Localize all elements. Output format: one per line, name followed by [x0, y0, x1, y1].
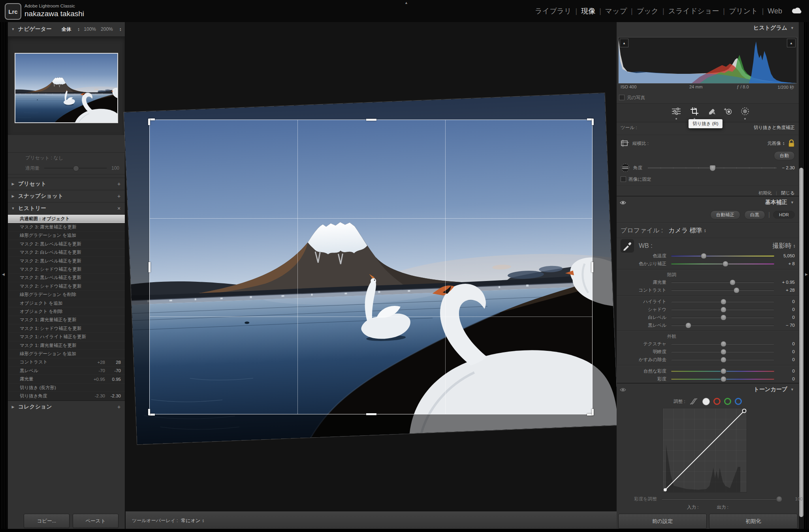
updown-icon[interactable]: ▴▾ [202, 519, 203, 523]
shadows-slider[interactable] [671, 309, 774, 310]
crop-handle-right[interactable] [591, 262, 593, 272]
presets-add-icon[interactable]: + [113, 181, 125, 187]
blacks-value[interactable]: − 70 [774, 323, 795, 328]
tool-overlay-value[interactable]: 常にオン [181, 517, 200, 524]
tone-curve-disclosure-icon[interactable]: ▼ [787, 388, 799, 392]
texture-value[interactable]: 0 [774, 341, 795, 346]
module-book[interactable]: ブック [633, 6, 662, 16]
angle-slider[interactable] [648, 167, 777, 169]
snapshots-add-icon[interactable]: + [113, 193, 125, 199]
crop-grid-overlay[interactable] [149, 120, 593, 414]
temp-slider[interactable] [671, 255, 774, 257]
navigator-thumbnail[interactable] [15, 53, 118, 123]
history-item[interactable]: 線形グラデーション を追加 [8, 350, 125, 358]
wb-eyedropper-icon[interactable] [621, 239, 634, 253]
module-slideshow[interactable]: スライドショー [664, 6, 723, 16]
history-item[interactable]: マスク 3: 露光量補正を更新 [8, 223, 125, 231]
crop-handle-bottom-right[interactable] [592, 409, 594, 415]
right-panel-collapse-rail[interactable] [804, 22, 809, 532]
module-map[interactable]: マップ [601, 6, 631, 16]
basic-disclosure-icon[interactable]: ▼ [787, 200, 799, 204]
tone-curve-header[interactable]: トーンカーブ ▼ [617, 384, 799, 395]
collections-panel-header[interactable]: ▶ コレクション + [8, 401, 125, 413]
navigator-disclosure-icon[interactable]: ▼ [8, 27, 18, 31]
slider-thumb[interactable] [721, 376, 726, 382]
history-item[interactable]: オブジェクト を削除 [8, 307, 125, 316]
contrast-value[interactable]: + 28 [774, 288, 795, 292]
slider-thumb[interactable] [685, 322, 691, 328]
history-clear-icon[interactable]: × [113, 205, 125, 212]
crop-handle-left[interactable] [149, 262, 151, 272]
updown-icon[interactable]: ▴▾ [794, 244, 795, 248]
slider-thumb[interactable] [722, 261, 728, 267]
updown-icon[interactable]: ▴▾ [704, 229, 706, 232]
dehaze-value[interactable]: 0 [774, 357, 795, 362]
crop-tool-icon[interactable] [689, 106, 700, 116]
history-item[interactable]: マスク 1: 露光量補正を更新 [8, 341, 125, 350]
paste-button[interactable]: ペースト [73, 514, 119, 528]
parametric-curve-icon[interactable] [689, 398, 699, 405]
shadow-clipping-icon[interactable]: ▲ [620, 39, 628, 47]
crop-handle-top-left[interactable] [148, 119, 150, 125]
angle-value[interactable]: − 2.30 [782, 165, 795, 170]
collections-add-icon[interactable]: + [113, 404, 125, 410]
histogram-disclosure-icon[interactable]: ▼ [787, 26, 799, 30]
crop-close-button[interactable]: 閉じる [781, 190, 795, 196]
vibrance-slider[interactable] [671, 371, 774, 372]
red-eye-tool-icon[interactable] [722, 106, 734, 116]
highlights-slider[interactable] [671, 301, 774, 302]
highlight-clipping-icon[interactable]: ▲ [787, 39, 796, 47]
navigator-header[interactable]: ▼ ナビゲーター 全体 ▴▾ 100% 200% ▴▾ [8, 22, 125, 36]
snapshots-disclosure-icon[interactable]: ▶ [8, 194, 18, 198]
wb-value[interactable]: 撮影時 [773, 242, 792, 250]
crop-reset-button[interactable]: 初期化 [758, 190, 772, 196]
profile-value[interactable]: カメラ 標準 [668, 227, 702, 235]
tone-curve-switch-icon[interactable] [620, 388, 626, 392]
updown-icon[interactable]: ▴▾ [783, 141, 784, 145]
cloud-sync-icon[interactable] [792, 7, 802, 15]
history-item[interactable]: マスク 2: 黒レベル補正を更新 [8, 240, 125, 248]
bw-button[interactable]: 白黒 [744, 210, 765, 219]
basic-panel-header[interactable]: 基本補正 ▼ [617, 197, 799, 208]
basic-panel-switch-icon[interactable] [620, 200, 626, 205]
adjust-sliders-icon[interactable] [670, 106, 682, 116]
collections-disclosure-icon[interactable]: ▶ [8, 405, 18, 409]
masking-tool-icon[interactable] [739, 106, 751, 116]
constrain-checkbox[interactable] [621, 176, 626, 182]
left-panel-collapse-rail[interactable] [0, 22, 8, 532]
zoom-fit-button[interactable]: 全体 [62, 26, 71, 33]
green-channel-icon[interactable] [724, 398, 731, 405]
panel-collapse-top-icon[interactable]: ▲ [404, 1, 408, 5]
slider-thumb[interactable] [701, 253, 707, 259]
aspect-lock-icon[interactable] [788, 139, 795, 147]
history-item[interactable]: マスク 1: シャドウ補正を更新 [8, 324, 125, 333]
clarity-value[interactable]: 0 [774, 349, 795, 354]
vibrance-value[interactable]: 0 [774, 369, 795, 373]
slider-thumb[interactable] [721, 307, 726, 313]
exposure-value[interactable]: + 0.95 [774, 280, 795, 285]
history-item[interactable]: コントラスト+2828 [8, 358, 125, 367]
slider-thumb[interactable] [721, 368, 726, 374]
previous-button[interactable]: 前の設定 [618, 514, 707, 529]
reset-button[interactable]: 初期化 [709, 514, 798, 529]
crop-handle-bottom-left[interactable] [148, 409, 150, 415]
slider-thumb[interactable] [734, 287, 739, 293]
history-item[interactable]: マスク 2: シャドウ補正を更新 [8, 282, 125, 290]
history-item[interactable]: マスク 1: ハイライト補正を更新 [8, 333, 125, 341]
whites-value[interactable]: 0 [774, 315, 795, 320]
crop-handle-top[interactable] [366, 119, 376, 121]
history-item[interactable]: マスク 2: 黒レベル補正を更新 [8, 257, 125, 265]
tint-value[interactable]: + 8 [774, 261, 795, 266]
module-web[interactable]: Web [764, 7, 786, 15]
auto-straighten-button[interactable]: 自動 [774, 151, 795, 160]
presets-panel-header[interactable]: ▶ プリセット + [8, 178, 125, 190]
history-item[interactable]: 黒レベル-70-70 [8, 367, 125, 375]
module-develop[interactable]: 現像 [577, 6, 599, 16]
slider-thumb[interactable] [776, 496, 782, 502]
slider-thumb[interactable] [721, 341, 726, 347]
contrast-slider[interactable] [671, 290, 774, 291]
presets-disclosure-icon[interactable]: ▶ [8, 182, 18, 186]
module-print[interactable]: プリント [725, 6, 762, 16]
whites-slider[interactable] [671, 317, 774, 318]
slider-thumb[interactable] [721, 315, 726, 320]
